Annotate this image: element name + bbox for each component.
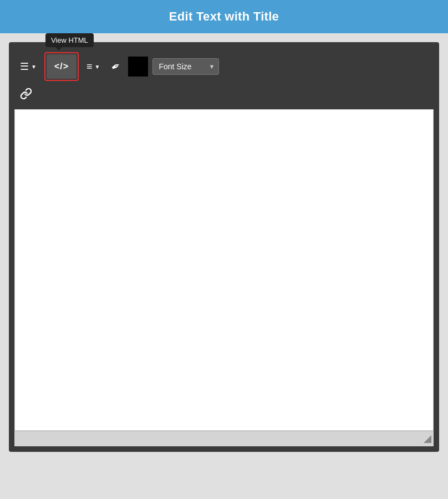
view-html-tooltip: View HTML bbox=[45, 33, 94, 47]
view-html-wrapper: View HTML </> bbox=[44, 52, 79, 81]
align-icon: ≡ bbox=[86, 61, 93, 73]
align-caret-icon: ▼ bbox=[95, 64, 100, 70]
font-size-select[interactable]: Font Size 8 10 12 14 16 18 24 36 48 bbox=[152, 58, 219, 75]
list-icon: ☰ bbox=[20, 60, 29, 73]
font-size-dropdown[interactable]: Font Size 8 10 12 14 16 18 24 36 48 bbox=[152, 58, 219, 75]
resize-bar bbox=[14, 431, 434, 446]
list-button[interactable]: ☰ ▼ bbox=[17, 58, 40, 75]
editor-container: ☰ ▼ View HTML </> ≡ ▼ ✒ Font Size 8 10 1… bbox=[9, 42, 439, 452]
color-swatch-button[interactable] bbox=[128, 57, 148, 77]
view-html-button[interactable]: </> bbox=[47, 54, 77, 79]
toolbar-row-2 bbox=[14, 85, 434, 109]
header: Edit Text with Title bbox=[0, 0, 448, 33]
page-title: Edit Text with Title bbox=[169, 9, 279, 24]
resize-handle-icon[interactable] bbox=[424, 435, 431, 443]
link-button[interactable] bbox=[17, 85, 35, 105]
brush-button[interactable]: ✒ bbox=[108, 58, 124, 75]
link-icon bbox=[20, 88, 32, 103]
brush-icon: ✒ bbox=[109, 58, 124, 74]
toolbar-row-1: ☰ ▼ View HTML </> ≡ ▼ ✒ Font Size 8 10 1… bbox=[14, 48, 434, 85]
align-button[interactable]: ≡ ▼ bbox=[83, 59, 103, 75]
editor-area[interactable] bbox=[14, 109, 434, 431]
list-caret-icon: ▼ bbox=[31, 64, 37, 70]
